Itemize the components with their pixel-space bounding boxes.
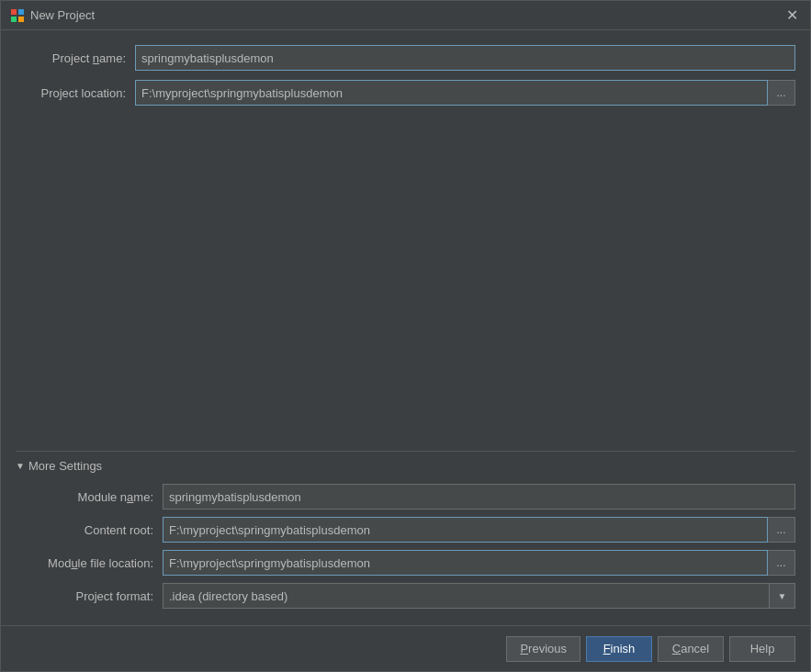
more-settings-header[interactable]: ▼ More Settings — [16, 452, 795, 480]
module-name-label: Module name: — [16, 490, 163, 504]
more-settings-section: ▼ More Settings Module name: Content roo… — [16, 451, 795, 625]
content-root-browse-button[interactable]: ... — [768, 517, 795, 543]
project-location-row: Project location: ... — [16, 80, 795, 106]
project-format-field: .idea (directory based) ▼ — [163, 583, 795, 609]
close-button[interactable]: ✕ — [783, 6, 801, 25]
content-root-label: Content root: — [16, 523, 163, 537]
module-file-location-field: ... — [163, 550, 795, 576]
dialog-content: Project name: Project location: ... ▼ Mo… — [1, 30, 810, 625]
svg-rect-1 — [18, 9, 24, 15]
app-icon — [10, 8, 25, 23]
svg-rect-0 — [11, 9, 17, 15]
dialog-footer: PPreviousrevious Finish Cancel Help — [1, 625, 810, 671]
title-bar: New Project ✕ — [1, 1, 810, 30]
select-arrow-icon: ▼ — [770, 583, 795, 609]
module-name-row: Module name: — [16, 484, 795, 510]
content-root-field: ... — [163, 517, 795, 543]
project-location-browse-button[interactable]: ... — [768, 80, 795, 106]
project-format-label: Project format: — [16, 589, 163, 603]
project-location-label: Project location: — [16, 86, 135, 100]
window-title: New Project — [30, 8, 95, 22]
module-file-location-row: Module file location: ... — [16, 550, 795, 576]
project-name-label: Project name: — [16, 51, 135, 65]
finish-button[interactable]: Finish — [586, 636, 652, 662]
module-file-location-label: Module file location: — [16, 556, 163, 570]
project-location-input[interactable] — [135, 80, 768, 106]
collapse-triangle-icon: ▼ — [16, 461, 25, 471]
project-name-input[interactable] — [135, 45, 795, 71]
title-bar-left: New Project — [10, 8, 95, 23]
project-name-row: Project name: — [16, 45, 795, 71]
content-root-row: Content root: ... — [16, 517, 795, 543]
project-location-field: ... — [135, 80, 795, 106]
project-format-select[interactable]: .idea (directory based) — [163, 583, 770, 609]
previous-button[interactable]: PPreviousrevious — [506, 636, 580, 662]
module-file-location-input[interactable] — [163, 550, 768, 576]
content-spacer — [16, 115, 795, 451]
content-root-input[interactable] — [163, 517, 768, 543]
module-name-input[interactable] — [163, 484, 795, 510]
cancel-button[interactable]: Cancel — [658, 636, 724, 662]
module-file-location-browse-button[interactable]: ... — [768, 550, 795, 576]
svg-rect-2 — [11, 17, 17, 22]
new-project-dialog: New Project ✕ Project name: Project loca… — [0, 0, 811, 672]
svg-rect-3 — [18, 17, 24, 22]
more-settings-content: Module name: Content root: ... — [16, 480, 795, 625]
project-format-row: Project format: .idea (directory based) … — [16, 583, 795, 609]
more-settings-label: More Settings — [28, 459, 102, 473]
help-button[interactable]: Help — [729, 636, 795, 662]
